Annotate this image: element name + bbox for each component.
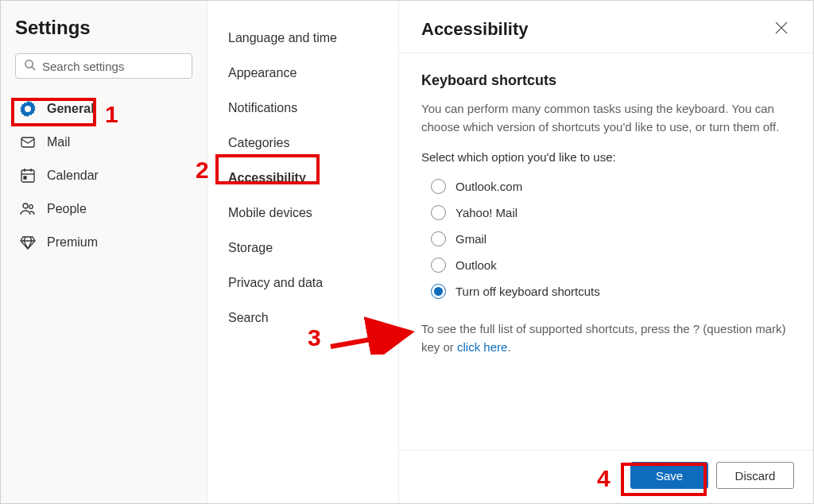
radio-yahoo-mail[interactable]: Yahoo! Mail <box>431 200 791 226</box>
radio-label: Outlook <box>455 258 497 272</box>
svg-rect-7 <box>24 176 26 179</box>
close-icon <box>775 24 788 37</box>
radio-outlook-com[interactable]: Outlook.com <box>431 173 791 200</box>
radio-icon <box>431 231 446 246</box>
content-title: Accessibility <box>421 19 529 40</box>
radio-label: Turn off keyboard shortcuts <box>455 285 600 298</box>
mail-icon <box>20 134 37 150</box>
radio-label: Yahoo! Mail <box>455 206 517 219</box>
radio-label: Gmail <box>455 232 486 246</box>
section-description: You can perform many common tasks using … <box>421 100 791 136</box>
nav-item-label: General <box>47 102 95 116</box>
option-prompt: Select which option you'd like to use: <box>421 150 791 164</box>
radio-turn-off[interactable]: Turn off keyboard shortcuts <box>431 278 791 304</box>
subnav: Language and time Appearance Notificatio… <box>207 1 398 503</box>
svg-rect-2 <box>21 138 34 147</box>
diamond-icon <box>20 235 37 250</box>
nav-item-label: People <box>47 202 87 216</box>
search-icon <box>24 59 42 73</box>
content-header: Accessibility <box>399 1 813 53</box>
svg-point-0 <box>25 60 33 68</box>
radio-outlook[interactable]: Outlook <box>431 252 791 278</box>
save-button[interactable]: Save <box>630 462 708 489</box>
subnav-privacy-data[interactable]: Privacy and data <box>207 268 398 298</box>
radio-label: Outlook.com <box>455 180 522 193</box>
svg-line-1 <box>32 67 35 70</box>
gear-icon <box>20 101 37 117</box>
svg-point-9 <box>29 205 33 209</box>
close-button[interactable] <box>772 18 791 40</box>
svg-point-8 <box>23 204 28 208</box>
nav-item-label: Premium <box>47 235 98 250</box>
hint-text: To see the full list of supported shortc… <box>421 320 791 356</box>
nav-item-general[interactable]: General <box>15 95 192 123</box>
section-title: Keyboard shortcuts <box>421 72 791 89</box>
discard-button[interactable]: Discard <box>716 462 794 489</box>
nav-item-label: Mail <box>47 135 70 149</box>
hint-suffix: . <box>507 340 510 354</box>
radio-icon <box>431 205 446 220</box>
nav-item-premium[interactable]: Premium <box>15 228 192 257</box>
click-here-link[interactable]: click here <box>457 340 507 354</box>
subnav-search[interactable]: Search <box>207 303 398 333</box>
nav-item-calendar[interactable]: Calendar <box>15 161 192 190</box>
search-input[interactable] <box>42 60 184 73</box>
subnav-mobile-devices[interactable]: Mobile devices <box>207 198 398 228</box>
calendar-icon <box>20 168 37 184</box>
radio-icon <box>431 284 446 299</box>
search-box[interactable] <box>15 53 192 79</box>
radio-icon <box>431 179 446 194</box>
subnav-accessibility[interactable]: Accessibility <box>207 163 398 193</box>
nav-item-mail[interactable]: Mail <box>15 128 192 157</box>
nav-item-people[interactable]: People <box>15 195 192 223</box>
subnav-appearance[interactable]: Appearance <box>207 58 398 88</box>
shortcut-radio-group: Outlook.com Yahoo! Mail Gmail Outlook Tu… <box>421 173 791 304</box>
settings-title: Settings <box>15 17 192 39</box>
nav-item-label: Calendar <box>47 169 99 183</box>
subnav-language-time[interactable]: Language and time <box>207 23 398 53</box>
subnav-categories[interactable]: Categories <box>207 128 398 158</box>
content-pane: Accessibility Keyboard shortcuts You can… <box>398 1 813 503</box>
settings-sidebar: Settings General Mail <box>1 1 207 503</box>
people-icon <box>20 201 37 217</box>
subnav-notifications[interactable]: Notifications <box>207 93 398 123</box>
subnav-storage[interactable]: Storage <box>207 233 398 263</box>
content-footer: Save Discard <box>399 450 813 503</box>
radio-icon <box>431 258 446 273</box>
radio-gmail[interactable]: Gmail <box>431 226 791 252</box>
